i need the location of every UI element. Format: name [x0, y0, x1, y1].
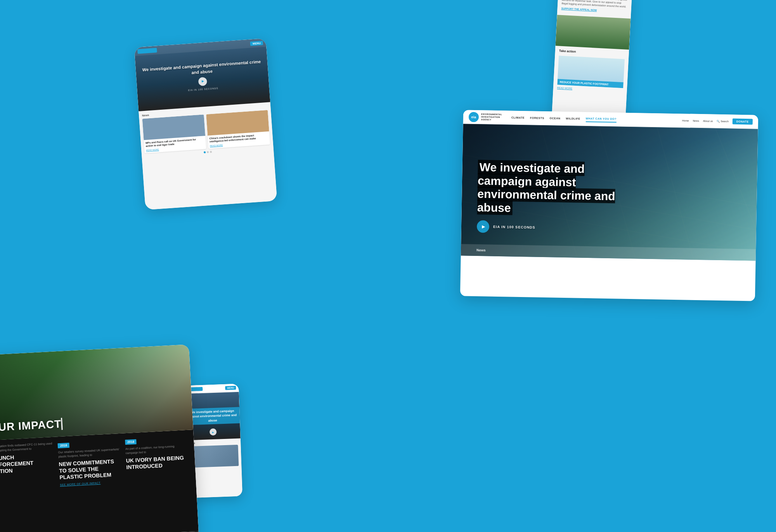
nav-item-wildlife[interactable]: WILDLIFE [566, 116, 580, 122]
dot-2[interactable] [206, 151, 208, 153]
dot-1[interactable] [203, 151, 205, 153]
large-left-col-3-year: 2018 [125, 439, 137, 445]
tablet-news-card-1[interactable]: MPs and Peers call on UK Government for … [142, 114, 206, 153]
phone-bottom-center-news-image [189, 445, 239, 468]
large-left-col-2-year: 2018 [58, 443, 69, 449]
nav-news[interactable]: News [693, 119, 699, 122]
tablet-menu-button[interactable]: MENU [250, 41, 263, 46]
nav-about-us[interactable]: About us [703, 119, 713, 122]
desktop-play-button[interactable] [477, 220, 490, 233]
large-left-col-2-body: Our retailers survey revealed UK superma… [58, 447, 121, 459]
desktop-hero-title: We investigate and campaign against envi… [477, 161, 641, 217]
tablet-hero-text: We investigate and campaign against envi… [135, 59, 268, 79]
tablet-logo [137, 48, 157, 54]
phone-right-top-content: PROTECT MYANMAR'S FOREST Myanmar's preci… [557, 0, 632, 16]
nav-item-forests[interactable]: FORESTS [530, 115, 544, 121]
nav-search[interactable]: 🔍 Search [717, 119, 729, 123]
desktop-hero: We investigate and campaign against envi… [461, 124, 758, 261]
desktop-right-device: eia ENVIRONMENTAL INVESTIGATION AGENCY C… [460, 110, 758, 301]
large-left-hero: OUR IMPACT [0, 344, 193, 440]
desktop-main-nav: CLIMATE FORESTS OCEAN WILDLIFE WHAT CAN … [511, 114, 682, 124]
eia-logo-circle: eia [469, 112, 479, 122]
nav-item-what-can-you-do[interactable]: WHAT CAN YOU DO? [585, 116, 617, 123]
donate-button[interactable]: DONATE [733, 119, 753, 125]
tablet-news-card-2[interactable]: China's crackdown shows the impact intel… [206, 110, 270, 149]
large-left-col-1-title: LAUNCHENFORCEMENTACTION [0, 452, 55, 475]
large-left-col-2-title: NEW COMMITMENTS TO SOLVE THE PLASTIC PRO… [59, 458, 122, 481]
large-left-col-3-body: As part of a coalition, our long-running… [125, 444, 188, 455]
nav-home[interactable]: Home [682, 119, 689, 122]
phone-right-top-plastic-image: REDUCE YOUR PLASTIC FOOTPRINT [557, 56, 625, 88]
desktop-nav-right: Home News About us 🔍 Search DONATE [682, 117, 753, 124]
nav-item-ocean[interactable]: OCEAN [550, 115, 561, 121]
phone-right-top-device: PROTECT MYANMAR'S FOREST Myanmar's preci… [551, 0, 632, 130]
desktop-hero-title-text: We investigate and campaign against envi… [477, 160, 615, 215]
desktop-footer-news-label: News [476, 248, 486, 252]
phone-right-top-forest-image [556, 15, 631, 50]
nav-item-climate[interactable]: CLIMATE [511, 115, 525, 121]
phone-bottom-center-hero-text: We investigate and campaign against envi… [185, 407, 240, 425]
large-left-col-3: 2018 As part of a coalition, our long-ru… [125, 435, 192, 530]
large-left-body: investigation finds outlawed CFC-11 bein… [0, 430, 199, 532]
large-left-see-more-link[interactable]: SEE MORE OF OUR IMPACT [60, 480, 122, 486]
desktop-logo: eia ENVIRONMENTAL INVESTIGATION AGENCY [469, 112, 502, 122]
tablet-eia-label: EIA IN 100 SECONDS [188, 87, 218, 91]
large-left-device: OUR IMPACT investigation finds outlawed … [0, 344, 199, 532]
desktop-eia-100: EIA IN 100 SECONDS [493, 225, 535, 230]
tablet-hero: MENU We investigate and campaign against… [134, 38, 270, 111]
tablet-play-button[interactable] [198, 77, 207, 86]
desktop-hero-content: We investigate and campaign against envi… [477, 161, 742, 237]
large-left-col-1: investigation finds outlawed CFC-11 bein… [0, 442, 58, 532]
phone-bottom-center-menu-button[interactable]: MENU [225, 386, 236, 390]
large-left-col-3-title: UK IVORY BAN BEING INTRODUCED [126, 454, 189, 471]
eia-logo-text: ENVIRONMENTAL INVESTIGATION AGENCY [481, 113, 502, 121]
large-left-col-2: 2018 Our retailers survey revealed UK su… [57, 438, 125, 532]
dot-3[interactable] [210, 151, 211, 153]
large-left-col-1-body: investigation finds outlawed CFC-11 bein… [0, 442, 54, 453]
logo-line-3: AGENCY [481, 118, 502, 121]
tablet-news-section: News MPs and Peers call on UK Government… [139, 102, 277, 210]
phone-bottom-center-play-button[interactable] [210, 428, 217, 436]
tablet-center-device: MENU We investigate and campaign against… [134, 38, 277, 210]
